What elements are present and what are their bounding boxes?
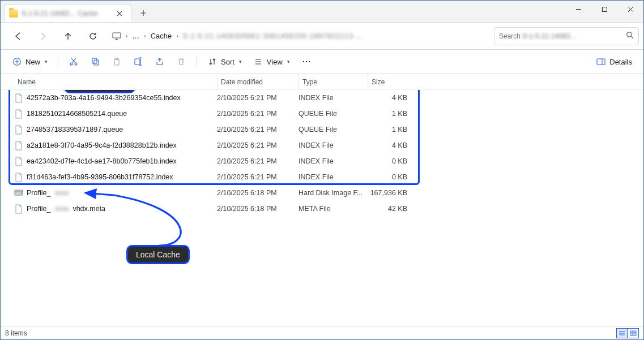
svg-rect-14 xyxy=(597,59,605,64)
file-type-label: INDEX File xyxy=(298,141,368,149)
cut-button[interactable] xyxy=(64,53,83,70)
breadcrumb[interactable]: › … › Cache › S-1-5-21-1408305661-308145… xyxy=(108,27,489,45)
paste-button[interactable] xyxy=(107,53,126,70)
view-thumbnails-button[interactable] xyxy=(628,328,639,338)
file-name-label: a2a181e8-3f70-4a95-9c4a-f2d38828b12b.ind… xyxy=(27,141,177,149)
copy-icon xyxy=(90,57,100,67)
svg-rect-10 xyxy=(135,59,140,64)
back-button[interactable] xyxy=(13,31,23,41)
search-input[interactable]: Search S-1-5-21-14083… xyxy=(494,27,639,45)
file-name-label: 2748537183395371897.queue xyxy=(27,126,123,134)
file-row[interactable]: f31d463a-fef3-4b95-9395-806b31f78752.ind… xyxy=(1,169,643,185)
file-size-label: 1 KB xyxy=(368,110,407,118)
file-size-label: 0 KB xyxy=(368,157,407,165)
rename-button[interactable] xyxy=(129,53,148,70)
document-icon xyxy=(14,109,23,119)
folder-icon xyxy=(9,10,18,18)
file-date-label: 2/10/2025 6:18 PM xyxy=(217,189,298,197)
new-button[interactable]: New ▾ xyxy=(7,53,52,70)
tab-close-button[interactable] xyxy=(113,7,126,20)
file-date-label: 2/10/2025 6:21 PM xyxy=(217,110,298,118)
details-pane-button[interactable]: Details xyxy=(591,53,637,70)
forward-button[interactable] xyxy=(38,31,48,41)
address-bar: › … › Cache › S-1-5-21-1408305661-308145… xyxy=(1,22,643,49)
column-label: Type xyxy=(302,78,317,86)
sort-button[interactable]: Sort ▾ xyxy=(203,53,246,70)
status-bar: 8 items xyxy=(1,326,643,339)
file-row[interactable]: 2748537183395371897.queue2/10/2025 6:21 … xyxy=(1,122,643,137)
file-row[interactable]: 18182510214668505214.queue2/10/2025 6:21… xyxy=(1,106,643,122)
column-header-date[interactable]: Date modified xyxy=(217,74,298,89)
disk-icon xyxy=(14,188,23,198)
share-button[interactable] xyxy=(150,53,169,70)
refresh-button[interactable] xyxy=(88,31,98,41)
tab-current[interactable]: S-1-5-21-14083… Cache xyxy=(4,4,131,22)
file-row[interactable]: Profile_xxxx2/10/2025 6:18 PMHard Disk I… xyxy=(1,185,643,201)
breadcrumb-obscured[interactable]: S-1-5-21-1408305661-3081458200-189760221… xyxy=(183,32,364,40)
file-row[interactable]: 42572a3b-703a-4a16-9494-3b269354ce55.ind… xyxy=(1,90,643,106)
svg-rect-20 xyxy=(630,334,633,335)
annotation-label-local-cache: Local Cache xyxy=(126,245,190,264)
breadcrumb-overflow[interactable]: … xyxy=(132,32,139,40)
file-name-label: ea423402-d7fe-4c1d-ae17-8b0b775feb1b.ind… xyxy=(27,157,177,165)
file-size-label: 4 KB xyxy=(368,94,407,102)
svg-rect-17 xyxy=(15,190,23,192)
column-label: Date modified xyxy=(221,78,263,86)
chevron-right-icon: › xyxy=(176,33,178,39)
file-date-label: 2/10/2025 6:21 PM xyxy=(217,94,298,102)
file-row[interactable]: Profile_xxxxvhdx.meta2/10/2025 6:18 PMME… xyxy=(1,201,643,217)
file-size-label: 42 KB xyxy=(368,205,407,213)
view-button[interactable]: View ▾ xyxy=(249,53,295,70)
file-name-label: 42572a3b-703a-4a16-9494-3b269354ce55.ind… xyxy=(27,94,181,102)
file-size-label: 1 KB xyxy=(368,126,407,134)
new-tab-button[interactable] xyxy=(134,5,153,21)
file-name-label: f31d463a-fef3-4b95-9395-806b31f78752.ind… xyxy=(27,173,173,181)
file-type-label: QUEUE File xyxy=(298,126,368,134)
file-date-label: 2/10/2025 6:21 PM xyxy=(217,141,298,149)
file-name-obscured: xxxx xyxy=(54,205,69,213)
copy-button[interactable] xyxy=(86,53,105,70)
delete-button[interactable] xyxy=(172,53,191,70)
paste-icon xyxy=(112,57,122,67)
more-button[interactable] xyxy=(297,53,316,70)
file-row[interactable]: a2a181e8-3f70-4a95-9c4a-f2d38828b12b.ind… xyxy=(1,137,643,153)
column-header-row: Name Date modified Type Size xyxy=(1,74,643,90)
breadcrumb-current[interactable]: Cache xyxy=(151,32,172,40)
file-name-label: 18182510214668505214.queue xyxy=(27,110,127,118)
svg-rect-1 xyxy=(113,33,121,38)
file-type-label: INDEX File xyxy=(298,157,368,165)
window-close-button[interactable] xyxy=(617,1,643,18)
file-date-label: 2/10/2025 6:21 PM xyxy=(217,126,298,134)
svg-rect-21 xyxy=(634,334,636,335)
window-maximize-button[interactable] xyxy=(591,1,617,18)
column-header-type[interactable]: Type xyxy=(298,74,368,89)
more-icon xyxy=(301,57,312,67)
column-header-name[interactable]: Name xyxy=(18,74,217,89)
up-button[interactable] xyxy=(63,31,73,41)
svg-point-11 xyxy=(303,61,304,62)
column-header-size[interactable]: Size xyxy=(368,74,412,89)
file-type-label: INDEX File xyxy=(298,94,368,102)
document-icon xyxy=(14,124,23,135)
chevron-right-icon: › xyxy=(126,33,127,39)
file-row[interactable]: ea423402-d7fe-4c1d-ae17-8b0b775feb1b.ind… xyxy=(1,153,643,169)
new-icon xyxy=(12,57,22,67)
view-mode-toggle xyxy=(616,328,639,338)
file-type-label: INDEX File xyxy=(298,173,368,181)
file-name-label: Profile_ xyxy=(27,189,50,197)
svg-point-2 xyxy=(627,32,632,37)
sort-icon xyxy=(207,57,217,67)
file-name-suffix: vhdx.meta xyxy=(72,205,105,213)
column-label: Size xyxy=(372,78,385,86)
document-icon xyxy=(14,140,23,150)
search-icon xyxy=(626,31,634,41)
tab-title: S-1-5-21-14083… Cache xyxy=(22,10,109,18)
file-list[interactable]: 42572a3b-703a-4a16-9494-3b269354ce55.ind… xyxy=(1,90,643,326)
file-name-label: Profile_ xyxy=(27,205,50,213)
window-minimize-button[interactable] xyxy=(565,1,591,18)
view-details-button[interactable] xyxy=(616,328,628,338)
status-item-count: 8 items xyxy=(5,329,27,337)
cut-icon xyxy=(69,57,79,67)
chevron-down-icon: ▾ xyxy=(239,59,242,64)
chevron-right-icon: › xyxy=(144,33,146,39)
